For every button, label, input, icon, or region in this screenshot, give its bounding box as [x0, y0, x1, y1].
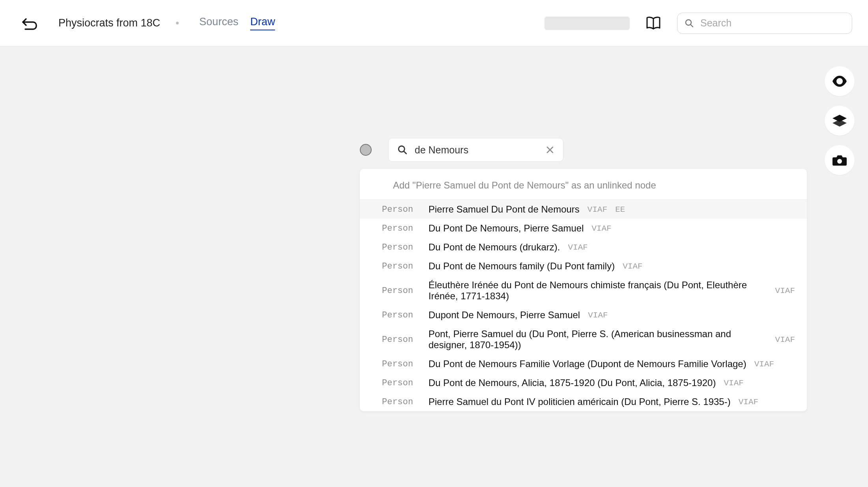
- result-tag: VIAF: [775, 286, 795, 295]
- search-results: Add "Pierre Samuel du Pont de Nemours" a…: [360, 169, 807, 411]
- svg-point-2: [838, 80, 841, 83]
- result-name: Du Pont De Nemours, Pierre Samuel: [428, 223, 584, 234]
- book-icon: [645, 16, 661, 30]
- result-name: Pierre Samuel du Pont IV politicien amér…: [428, 396, 731, 407]
- svg-line-7: [404, 151, 406, 154]
- tab-draw[interactable]: Draw: [250, 16, 275, 30]
- result-name: Du Pont de Nemours (drukarz).: [428, 242, 560, 253]
- result-name: Du Pont de Nemours Familie Vorlage (Dupo…: [428, 358, 746, 369]
- result-name: Éleuthère Irénée du Pont de Nemours chim…: [428, 280, 767, 302]
- back-icon: [21, 17, 38, 30]
- result-name: Pierre Samuel Du Pont de Nemours: [428, 204, 580, 215]
- result-type: Person: [382, 310, 423, 320]
- node-search-input[interactable]: de Nemours: [415, 144, 539, 156]
- layers-button[interactable]: [825, 106, 855, 136]
- unsaved-indicator: [176, 22, 179, 24]
- search-result-row[interactable]: PersonDu Pont de Nemours family (Du Pont…: [360, 257, 807, 276]
- result-type: Person: [382, 286, 423, 296]
- result-tag: VIAF: [623, 262, 642, 271]
- header-tabs: Sources Draw: [199, 16, 275, 30]
- global-search-input[interactable]: [700, 17, 845, 29]
- result-name: Du Pont de Nemours family (Du Pont famil…: [428, 261, 615, 272]
- result-name: Dupont De Nemours, Pierre Samuel: [428, 310, 580, 321]
- clear-search-button[interactable]: [546, 146, 554, 154]
- eye-icon: [832, 76, 847, 87]
- result-type: Person: [382, 243, 423, 252]
- page-title: Physiocrats from 18C: [58, 17, 160, 29]
- search-result-row[interactable]: PersonDu Pont De Nemours, Pierre SamuelV…: [360, 219, 807, 238]
- node-handle[interactable]: [360, 144, 372, 156]
- result-tag: VIAF: [592, 224, 612, 233]
- result-type: Person: [382, 261, 423, 271]
- search-result-row[interactable]: PersonDu Pont de Nemours (drukarz).VIAF: [360, 238, 807, 257]
- result-tag: VIAF: [568, 243, 587, 252]
- result-tag: EE: [615, 205, 625, 214]
- result-type: Person: [382, 397, 423, 407]
- search-result-row[interactable]: PersonPierre Samuel du Pont IV politicie…: [360, 392, 807, 411]
- result-tag: VIAF: [739, 397, 758, 407]
- loading-skeleton: [544, 17, 630, 30]
- result-type: Person: [382, 335, 423, 345]
- canvas[interactable]: de Nemours Add "Pierre Samuel du Pont de…: [0, 47, 868, 487]
- visibility-button[interactable]: [825, 66, 855, 96]
- result-type: Person: [382, 224, 423, 233]
- search-icon: [397, 145, 408, 155]
- node-search[interactable]: de Nemours: [388, 138, 563, 162]
- canvas-tools: [825, 66, 855, 175]
- result-name: Pont, Pierre Samuel du (Du Pont, Pierre …: [428, 328, 767, 351]
- result-tag: VIAF: [724, 379, 743, 388]
- search-icon: [685, 19, 694, 28]
- layers-icon: [832, 115, 847, 127]
- result-type: Person: [382, 378, 423, 388]
- svg-line-1: [690, 24, 693, 27]
- search-result-row[interactable]: PersonPierre Samuel Du Pont de NemoursVI…: [360, 200, 807, 219]
- result-name: Du Pont de Nemours, Alicia, 1875-1920 (D…: [428, 377, 716, 388]
- search-result-row[interactable]: PersonÉleuthère Irénée du Pont de Nemour…: [360, 276, 807, 306]
- result-type: Person: [382, 205, 423, 215]
- snapshot-button[interactable]: [825, 145, 855, 175]
- reader-button[interactable]: [645, 15, 662, 32]
- result-tag: VIAF: [754, 360, 774, 369]
- search-result-row[interactable]: PersonDu Pont de Nemours, Alicia, 1875-1…: [360, 373, 807, 392]
- camera-icon: [832, 154, 847, 166]
- tab-sources[interactable]: Sources: [199, 16, 238, 30]
- close-icon: [546, 146, 554, 154]
- result-tag: VIAF: [775, 335, 795, 344]
- result-tag: VIAF: [587, 205, 607, 214]
- topbar: Physiocrats from 18C Sources Draw: [0, 0, 868, 47]
- search-result-row[interactable]: PersonPont, Pierre Samuel du (Du Pont, P…: [360, 325, 807, 355]
- add-unlinked-node[interactable]: Add "Pierre Samuel du Pont de Nemours" a…: [360, 169, 807, 200]
- search-result-row[interactable]: PersonDupont De Nemours, Pierre SamuelVI…: [360, 306, 807, 325]
- result-tag: VIAF: [588, 311, 608, 320]
- svg-marker-4: [832, 119, 847, 127]
- result-type: Person: [382, 359, 423, 369]
- node-search-group: de Nemours: [360, 138, 563, 162]
- global-search[interactable]: [677, 13, 852, 34]
- svg-point-5: [837, 159, 842, 164]
- search-result-row[interactable]: PersonDu Pont de Nemours Familie Vorlage…: [360, 355, 807, 373]
- back-button[interactable]: [20, 13, 39, 33]
